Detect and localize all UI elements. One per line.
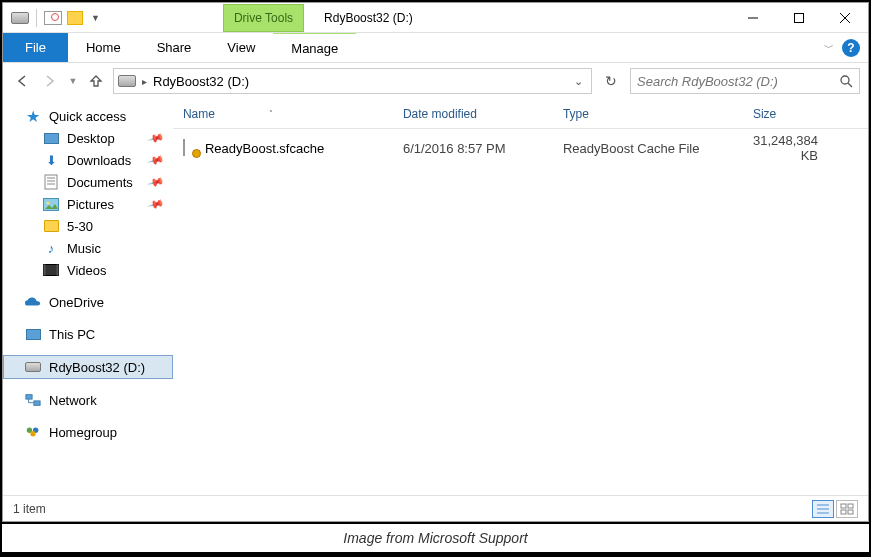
navpane-label: This PC [49, 327, 95, 342]
svg-rect-16 [34, 401, 40, 405]
tab-home[interactable]: Home [68, 33, 139, 62]
network-icon [25, 392, 41, 408]
navpane-label: Videos [67, 263, 107, 278]
refresh-button[interactable]: ↻ [598, 68, 624, 94]
view-layout-buttons [812, 500, 858, 518]
sort-ascending-icon: ˄ [269, 109, 273, 118]
qat-customize-dropdown[interactable]: ▼ [88, 13, 103, 23]
pin-icon: 📌 [147, 151, 166, 169]
search-input[interactable] [637, 74, 839, 89]
navpane-rdyboost-drive[interactable]: RdyBoost32 (D:) [3, 355, 173, 379]
music-icon: ♪ [43, 240, 59, 256]
navigation-pane: ★ Quick access Desktop 📌 ⬇ Downloads 📌 D… [3, 99, 173, 495]
address-drive-icon [118, 75, 136, 87]
navpane-network[interactable]: Network [3, 389, 173, 411]
svg-rect-15 [26, 395, 32, 399]
address-bar[interactable]: ▸ RdyBoost32 (D:) ⌄ [113, 68, 592, 94]
column-label: Name [183, 107, 215, 121]
item-count-label: 1 item [13, 502, 46, 516]
breadcrumb-location[interactable]: RdyBoost32 (D:) [153, 74, 249, 89]
navpane-quick-access[interactable]: ★ Quick access [3, 105, 173, 127]
navpane-music[interactable]: ♪ Music [3, 237, 173, 259]
details-view-button[interactable] [812, 500, 834, 518]
navpane-folder-530[interactable]: 5-30 [3, 215, 173, 237]
tab-share[interactable]: Share [139, 33, 210, 62]
column-label: Type [563, 107, 589, 121]
svg-rect-24 [848, 504, 853, 508]
properties-button[interactable] [44, 9, 62, 27]
navpane-label: Downloads [67, 153, 131, 168]
navpane-onedrive[interactable]: OneDrive [3, 291, 173, 313]
contextual-tab-label: Drive Tools [234, 11, 293, 25]
svg-rect-12 [44, 265, 59, 276]
navpane-desktop[interactable]: Desktop 📌 [3, 127, 173, 149]
homegroup-icon [25, 424, 41, 440]
navpane-label: Documents [67, 175, 133, 190]
navpane-label: RdyBoost32 (D:) [49, 360, 145, 375]
navpane-label: Quick access [49, 109, 126, 124]
downloads-icon: ⬇ [43, 152, 59, 168]
search-box[interactable] [630, 68, 860, 94]
breadcrumb-separator-icon[interactable]: ▸ [142, 76, 147, 87]
qat-divider [36, 9, 37, 27]
recent-locations-dropdown[interactable]: ▼ [67, 70, 79, 92]
minimize-button[interactable] [730, 3, 776, 32]
tab-view[interactable]: View [209, 33, 273, 62]
navpane-videos[interactable]: Videos [3, 259, 173, 281]
large-icons-view-button[interactable] [836, 500, 858, 518]
file-type: ReadyBoost Cache File [553, 141, 743, 156]
maximize-button[interactable] [776, 3, 822, 32]
file-date: 6/1/2016 8:57 PM [393, 141, 553, 156]
drive-icon [25, 359, 41, 375]
svg-point-19 [30, 431, 35, 436]
svg-line-5 [848, 83, 852, 87]
column-headers: Name ˄ Date modified Type Size [173, 99, 868, 129]
column-header-type[interactable]: Type [553, 107, 743, 121]
navpane-homegroup[interactable]: Homegroup [3, 421, 173, 443]
navpane-downloads[interactable]: ⬇ Downloads 📌 [3, 149, 173, 171]
back-button[interactable] [11, 70, 33, 92]
explorer-window: ▼ Drive Tools RdyBoost32 (D:) File Home … [2, 2, 869, 522]
pin-icon: 📌 [147, 195, 166, 213]
help-icon[interactable]: ? [842, 39, 860, 57]
file-row[interactable]: ReadyBoost.sfcache 6/1/2016 8:57 PM Read… [173, 129, 868, 167]
tab-manage[interactable]: Manage [273, 33, 356, 62]
navigation-bar: ▼ ▸ RdyBoost32 (D:) ⌄ ↻ [3, 63, 868, 99]
navpane-pictures[interactable]: Pictures 📌 [3, 193, 173, 215]
navpane-this-pc[interactable]: This PC [3, 323, 173, 345]
system-buttons [730, 3, 868, 32]
column-label: Date modified [403, 107, 477, 121]
navpane-label: Music [67, 241, 101, 256]
column-header-name[interactable]: Name ˄ [173, 107, 393, 121]
pin-icon: 📌 [147, 129, 166, 147]
close-button[interactable] [822, 3, 868, 32]
up-button[interactable] [85, 70, 107, 92]
column-header-size[interactable]: Size [743, 107, 868, 121]
status-bar: 1 item [3, 495, 868, 521]
explorer-body: ★ Quick access Desktop 📌 ⬇ Downloads 📌 D… [3, 99, 868, 495]
svg-point-4 [841, 76, 849, 84]
file-size: 31,248,384 KB [743, 133, 868, 163]
forward-button[interactable] [39, 70, 61, 92]
ribbon-collapse-button[interactable]: ﹀ [820, 37, 838, 59]
column-header-date[interactable]: Date modified [393, 107, 553, 121]
pin-icon: 📌 [147, 173, 166, 191]
ribbon-tabs: File Home Share View Manage ﹀ ? [3, 33, 868, 63]
svg-rect-13 [44, 265, 46, 276]
svg-rect-23 [841, 504, 846, 508]
navpane-documents[interactable]: Documents 📌 [3, 171, 173, 193]
svg-rect-6 [45, 175, 57, 189]
desktop-icon [43, 130, 59, 146]
navpane-label: Network [49, 393, 97, 408]
star-icon: ★ [25, 108, 41, 124]
svg-rect-26 [848, 510, 853, 514]
navpane-label: Pictures [67, 197, 114, 212]
cache-file-icon [183, 140, 199, 156]
new-folder-button[interactable] [66, 9, 84, 27]
quick-access-toolbar: ▼ [3, 9, 103, 27]
documents-icon [43, 174, 59, 190]
onedrive-icon [25, 294, 41, 310]
address-history-dropdown[interactable]: ⌄ [570, 75, 587, 88]
svg-point-11 [47, 201, 50, 204]
tab-file[interactable]: File [3, 33, 68, 62]
